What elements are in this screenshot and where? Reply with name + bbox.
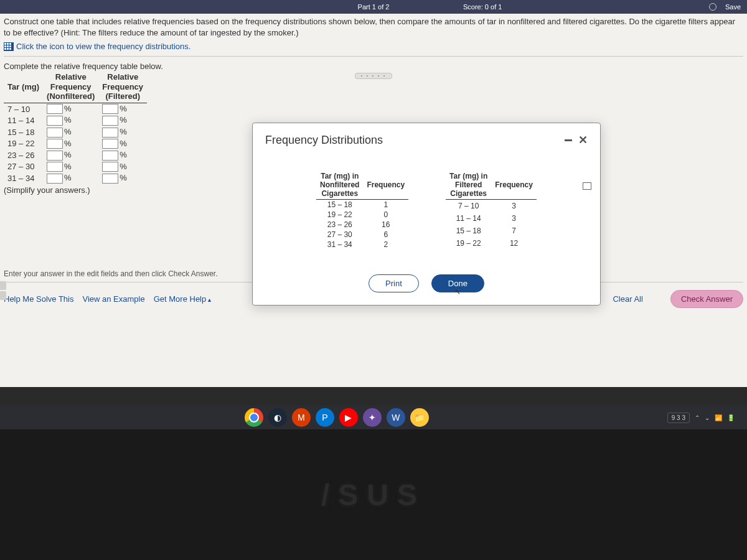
nonfiltered-input-0[interactable]: [47, 104, 63, 114]
filtered-table: Tar (mg) in Filtered Cigarettes Frequenc…: [446, 172, 537, 250]
assignment-top-bar: Part 1 of 2 Score: 0 of 1 Save: [0, 0, 747, 14]
part-indicator: Part 1 of 2: [358, 3, 390, 11]
filtered-range-header: Tar (mg) in Filtered Cigarettes: [446, 172, 491, 200]
relative-frequency-table: Tar (mg) Relative Frequency (Nonfiltered…: [4, 72, 147, 184]
table-row: 11 – 143: [446, 212, 537, 225]
filtered-input-6[interactable]: [102, 174, 118, 184]
table-row: 15 – 181: [316, 200, 408, 210]
view-link-text: Click the icon to view the frequency dis…: [16, 42, 190, 51]
tray-date[interactable]: 9 3 3: [667, 413, 690, 423]
divider: [4, 56, 743, 57]
paint-icon[interactable]: P: [316, 408, 334, 427]
check-answer-button[interactable]: Check Answer: [670, 290, 743, 308]
mail-icon[interactable]: M: [292, 408, 311, 427]
filtered-input-2[interactable]: [102, 128, 118, 138]
wifi-icon[interactable]: 📶: [715, 414, 722, 421]
input-table-label: Complete the relative frequency table be…: [4, 62, 743, 71]
col-filtered-header: Relative Frequency (Filtered): [98, 72, 147, 103]
nonfiltered-input-5[interactable]: [47, 162, 63, 172]
nonfiltered-input-4[interactable]: [47, 151, 63, 161]
table-row: 11 – 14 % %: [4, 114, 147, 126]
tray-up-icon[interactable]: ⌃: [695, 414, 700, 421]
filtered-input-1[interactable]: [102, 116, 118, 126]
table-row: 7 – 10 % %: [4, 103, 147, 114]
system-tray: 9 3 3 ⌃ ⌄ 📶 🔋: [667, 413, 735, 423]
app-icon[interactable]: ✦: [363, 408, 382, 427]
nonfiltered-input-1[interactable]: [47, 116, 63, 126]
col-nonfiltered-header: Relative Frequency (Nonfiltered): [43, 72, 98, 103]
filtered-input-3[interactable]: [102, 139, 118, 149]
help-solve-link[interactable]: Help Me Solve This: [4, 294, 73, 304]
cursor-icon: ↖: [454, 287, 461, 296]
nonfiltered-freq-header: Frequency: [363, 172, 408, 200]
drag-handle-icon[interactable]: • • • • •: [355, 73, 392, 79]
table-row: 31 – 34 % %: [4, 172, 147, 184]
clear-all-link[interactable]: Clear All: [613, 294, 642, 304]
table-row: 31 – 342: [316, 240, 408, 250]
filtered-input-0[interactable]: [102, 104, 118, 114]
filtered-freq-header: Frequency: [491, 172, 537, 200]
chrome-icon[interactable]: [245, 408, 263, 427]
table-row: 23 – 26 % %: [4, 149, 147, 161]
side-tab[interactable]: [0, 291, 6, 300]
close-icon[interactable]: ✕: [578, 133, 588, 147]
filtered-input-5[interactable]: [102, 162, 118, 172]
print-button[interactable]: Print: [369, 274, 419, 292]
side-tab[interactable]: [0, 281, 6, 290]
gear-icon[interactable]: [709, 3, 716, 11]
table-row: 23 – 2616: [316, 220, 408, 230]
side-tabs: [0, 281, 6, 300]
modal-title: Frequency Distributions: [265, 134, 565, 147]
nonfiltered-table: Tar (mg) in Nonfiltered Cigarettes Frequ…: [316, 172, 408, 250]
view-distributions-link[interactable]: Click the icon to view the frequency dis…: [4, 42, 743, 51]
frequency-distributions-modal: Frequency Distributions ✕ Tar (mg) in No…: [252, 123, 601, 306]
table-row: 15 – 187: [446, 225, 537, 237]
view-example-link[interactable]: View an Example: [82, 294, 144, 304]
table-row: 7 – 103: [446, 200, 537, 213]
get-more-help-link[interactable]: Get More Help: [154, 294, 211, 304]
os-taskbar: ◐ M P ▶ ✦ W 📁 9 3 3 ⌃ ⌄ 📶 🔋: [0, 406, 747, 429]
table-icon: [4, 42, 14, 51]
table-row: 19 – 2212: [446, 237, 537, 250]
table-row: 15 – 18 % %: [4, 126, 147, 138]
battery-icon[interactable]: 🔋: [727, 414, 735, 421]
laptop-logo: /SUS: [321, 478, 426, 512]
files-icon[interactable]: 📁: [410, 408, 429, 427]
youtube-icon[interactable]: ▶: [339, 408, 358, 427]
table-row: 27 – 30 % %: [4, 161, 147, 173]
score-indicator: Score: 0 of 1: [463, 3, 502, 11]
col-tar-header: Tar (mg): [4, 72, 43, 103]
nonfiltered-input-2[interactable]: [47, 128, 63, 138]
save-link[interactable]: Save: [725, 3, 741, 11]
table-row: 19 – 22 % %: [4, 138, 147, 150]
question-panel: Construct one table that includes relati…: [0, 14, 747, 387]
nonfiltered-range-header: Tar (mg) in Nonfiltered Cigarettes: [316, 172, 363, 200]
desktop-area: /SUS: [0, 429, 747, 560]
minimize-icon[interactable]: [565, 139, 572, 141]
filtered-input-4[interactable]: [102, 151, 118, 161]
tray-down-icon[interactable]: ⌄: [705, 414, 710, 421]
nonfiltered-input-6[interactable]: [47, 174, 63, 184]
question-text: Construct one table that includes relati…: [4, 16, 743, 38]
print-icon[interactable]: [583, 182, 591, 190]
nonfiltered-input-3[interactable]: [47, 139, 63, 149]
table-row: 27 – 306: [316, 230, 408, 240]
steam-icon[interactable]: ◐: [268, 408, 287, 427]
table-row: 19 – 220: [316, 210, 408, 220]
word-icon[interactable]: W: [387, 408, 405, 427]
